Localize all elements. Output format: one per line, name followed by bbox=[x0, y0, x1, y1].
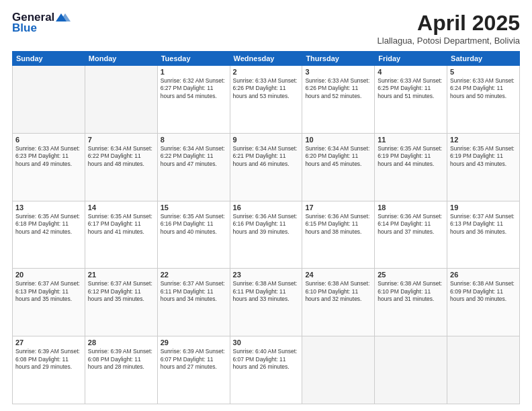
table-row: 5Sunrise: 6:33 AM Sunset: 6:24 PM Daylig… bbox=[447, 66, 520, 134]
table-row bbox=[447, 336, 520, 404]
day-detail: Sunrise: 6:39 AM Sunset: 6:07 PM Dayligh… bbox=[161, 348, 227, 371]
day-detail: Sunrise: 6:39 AM Sunset: 6:08 PM Dayligh… bbox=[88, 348, 154, 371]
table-row bbox=[13, 66, 85, 134]
day-number: 29 bbox=[161, 338, 227, 347]
logo-icon bbox=[56, 12, 71, 23]
table-row bbox=[85, 66, 157, 134]
day-number: 1 bbox=[161, 68, 227, 76]
day-detail: Sunrise: 6:37 AM Sunset: 6:11 PM Dayligh… bbox=[161, 280, 227, 303]
table-row: 3Sunrise: 6:33 AM Sunset: 6:26 PM Daylig… bbox=[302, 66, 375, 134]
calendar-header-row: Sunday Monday Tuesday Wednesday Thursday… bbox=[13, 52, 520, 66]
day-number: 7 bbox=[88, 136, 154, 144]
day-detail: Sunrise: 6:36 AM Sunset: 6:15 PM Dayligh… bbox=[305, 213, 371, 236]
day-detail: Sunrise: 6:32 AM Sunset: 6:27 PM Dayligh… bbox=[161, 77, 227, 100]
location: Llallagua, Potosi Department, Bolivia bbox=[378, 36, 520, 46]
table-row: 22Sunrise: 6:37 AM Sunset: 6:11 PM Dayli… bbox=[157, 269, 230, 336]
day-detail: Sunrise: 6:37 AM Sunset: 6:13 PM Dayligh… bbox=[450, 213, 517, 236]
day-number: 24 bbox=[305, 271, 371, 279]
col-thursday: Thursday bbox=[302, 52, 375, 66]
day-number: 21 bbox=[88, 271, 154, 279]
day-detail: Sunrise: 6:33 AM Sunset: 6:26 PM Dayligh… bbox=[305, 77, 371, 100]
day-detail: Sunrise: 6:36 AM Sunset: 6:14 PM Dayligh… bbox=[378, 213, 444, 236]
day-number: 16 bbox=[233, 203, 300, 212]
day-number: 17 bbox=[305, 203, 371, 212]
calendar-week-row: 13Sunrise: 6:35 AM Sunset: 6:18 PM Dayli… bbox=[13, 201, 520, 269]
day-detail: Sunrise: 6:34 AM Sunset: 6:20 PM Dayligh… bbox=[305, 145, 371, 168]
calendar-week-row: 1Sunrise: 6:32 AM Sunset: 6:27 PM Daylig… bbox=[13, 66, 520, 134]
col-tuesday: Tuesday bbox=[157, 52, 230, 66]
day-detail: Sunrise: 6:38 AM Sunset: 6:10 PM Dayligh… bbox=[305, 280, 371, 303]
day-detail: Sunrise: 6:34 AM Sunset: 6:21 PM Dayligh… bbox=[233, 145, 300, 168]
day-number: 10 bbox=[305, 136, 371, 144]
table-row: 9Sunrise: 6:34 AM Sunset: 6:21 PM Daylig… bbox=[230, 133, 302, 201]
day-number: 19 bbox=[450, 203, 517, 212]
table-row: 7Sunrise: 6:34 AM Sunset: 6:22 PM Daylig… bbox=[85, 133, 157, 201]
table-row: 14Sunrise: 6:35 AM Sunset: 6:17 PM Dayli… bbox=[85, 201, 157, 269]
day-number: 5 bbox=[450, 68, 517, 76]
table-row bbox=[375, 336, 447, 404]
day-detail: Sunrise: 6:33 AM Sunset: 6:24 PM Dayligh… bbox=[450, 77, 517, 100]
table-row: 8Sunrise: 6:34 AM Sunset: 6:22 PM Daylig… bbox=[157, 133, 230, 201]
table-row: 18Sunrise: 6:36 AM Sunset: 6:14 PM Dayli… bbox=[375, 201, 447, 269]
day-number: 22 bbox=[161, 271, 227, 279]
table-row: 30Sunrise: 6:40 AM Sunset: 6:07 PM Dayli… bbox=[230, 336, 302, 404]
header: General Blue April 2025 Llallagua, Potos… bbox=[12, 11, 520, 46]
calendar-week-row: 20Sunrise: 6:37 AM Sunset: 6:13 PM Dayli… bbox=[13, 269, 520, 336]
table-row: 1Sunrise: 6:32 AM Sunset: 6:27 PM Daylig… bbox=[157, 66, 230, 134]
day-detail: Sunrise: 6:34 AM Sunset: 6:22 PM Dayligh… bbox=[88, 145, 154, 168]
day-detail: Sunrise: 6:38 AM Sunset: 6:09 PM Dayligh… bbox=[450, 280, 517, 303]
col-sunday: Sunday bbox=[13, 52, 85, 66]
calendar-week-row: 27Sunrise: 6:39 AM Sunset: 6:08 PM Dayli… bbox=[13, 336, 520, 404]
col-friday: Friday bbox=[375, 52, 447, 66]
day-number: 8 bbox=[161, 136, 227, 144]
table-row: 24Sunrise: 6:38 AM Sunset: 6:10 PM Dayli… bbox=[302, 269, 375, 336]
col-saturday: Saturday bbox=[447, 52, 520, 66]
day-number: 12 bbox=[450, 136, 517, 144]
logo: General Blue bbox=[12, 11, 71, 35]
day-detail: Sunrise: 6:39 AM Sunset: 6:08 PM Dayligh… bbox=[15, 348, 82, 371]
day-detail: Sunrise: 6:40 AM Sunset: 6:07 PM Dayligh… bbox=[233, 348, 300, 371]
table-row: 17Sunrise: 6:36 AM Sunset: 6:15 PM Dayli… bbox=[302, 201, 375, 269]
col-wednesday: Wednesday bbox=[230, 52, 302, 66]
day-detail: Sunrise: 6:35 AM Sunset: 6:19 PM Dayligh… bbox=[378, 145, 444, 168]
day-number: 11 bbox=[378, 136, 444, 144]
day-detail: Sunrise: 6:35 AM Sunset: 6:16 PM Dayligh… bbox=[161, 213, 227, 236]
table-row: 15Sunrise: 6:35 AM Sunset: 6:16 PM Dayli… bbox=[157, 201, 230, 269]
day-detail: Sunrise: 6:33 AM Sunset: 6:23 PM Dayligh… bbox=[15, 145, 82, 168]
day-number: 14 bbox=[88, 203, 154, 212]
calendar-week-row: 6Sunrise: 6:33 AM Sunset: 6:23 PM Daylig… bbox=[13, 133, 520, 201]
day-detail: Sunrise: 6:36 AM Sunset: 6:16 PM Dayligh… bbox=[233, 213, 300, 236]
table-row: 6Sunrise: 6:33 AM Sunset: 6:23 PM Daylig… bbox=[13, 133, 85, 201]
day-number: 4 bbox=[378, 68, 444, 76]
title-block: April 2025 Llallagua, Potosi Department,… bbox=[378, 11, 520, 46]
day-detail: Sunrise: 6:35 AM Sunset: 6:17 PM Dayligh… bbox=[88, 213, 154, 236]
table-row: 23Sunrise: 6:38 AM Sunset: 6:11 PM Dayli… bbox=[230, 269, 302, 336]
table-row: 16Sunrise: 6:36 AM Sunset: 6:16 PM Dayli… bbox=[230, 201, 302, 269]
day-number: 18 bbox=[378, 203, 444, 212]
calendar-table: Sunday Monday Tuesday Wednesday Thursday… bbox=[12, 51, 520, 404]
table-row: 10Sunrise: 6:34 AM Sunset: 6:20 PM Dayli… bbox=[302, 133, 375, 201]
day-number: 3 bbox=[305, 68, 371, 76]
table-row: 28Sunrise: 6:39 AM Sunset: 6:08 PM Dayli… bbox=[85, 336, 157, 404]
day-number: 20 bbox=[15, 271, 82, 279]
table-row: 27Sunrise: 6:39 AM Sunset: 6:08 PM Dayli… bbox=[13, 336, 85, 404]
day-detail: Sunrise: 6:38 AM Sunset: 6:11 PM Dayligh… bbox=[233, 280, 300, 303]
day-number: 6 bbox=[15, 136, 82, 144]
day-detail: Sunrise: 6:37 AM Sunset: 6:13 PM Dayligh… bbox=[15, 280, 82, 303]
logo-blue: Blue bbox=[12, 21, 37, 35]
table-row: 25Sunrise: 6:38 AM Sunset: 6:10 PM Dayli… bbox=[375, 269, 447, 336]
table-row bbox=[302, 336, 375, 404]
table-row: 4Sunrise: 6:33 AM Sunset: 6:25 PM Daylig… bbox=[375, 66, 447, 134]
table-row: 29Sunrise: 6:39 AM Sunset: 6:07 PM Dayli… bbox=[157, 336, 230, 404]
day-number: 2 bbox=[233, 68, 300, 76]
page: General Blue April 2025 Llallagua, Potos… bbox=[0, 0, 532, 411]
table-row: 21Sunrise: 6:37 AM Sunset: 6:12 PM Dayli… bbox=[85, 269, 157, 336]
day-number: 27 bbox=[15, 338, 82, 347]
day-number: 30 bbox=[233, 338, 300, 347]
day-number: 9 bbox=[233, 136, 300, 144]
table-row: 2Sunrise: 6:33 AM Sunset: 6:26 PM Daylig… bbox=[230, 66, 302, 134]
month-title: April 2025 bbox=[378, 11, 520, 36]
day-detail: Sunrise: 6:33 AM Sunset: 6:26 PM Dayligh… bbox=[233, 77, 300, 100]
day-detail: Sunrise: 6:33 AM Sunset: 6:25 PM Dayligh… bbox=[378, 77, 444, 100]
table-row: 20Sunrise: 6:37 AM Sunset: 6:13 PM Dayli… bbox=[13, 269, 85, 336]
